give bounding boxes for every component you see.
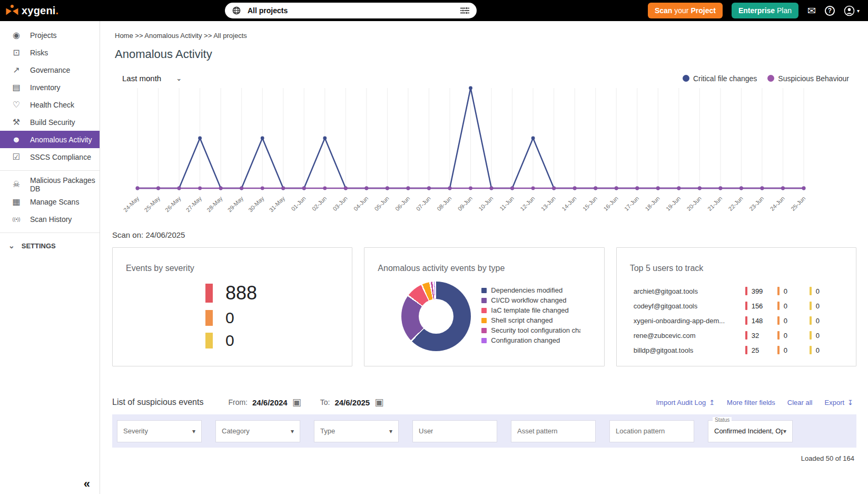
sidebar-settings[interactable]: ⌄ SETTINGS: [0, 241, 100, 250]
link-import-audit-log[interactable]: Import Audit Log↥: [656, 399, 715, 406]
upload-icon: ↥: [709, 399, 715, 406]
breadcrumb[interactable]: Home >> Anomalous Activity >> All projec…: [115, 32, 868, 40]
from-date[interactable]: From: 24/6/2024 ▣: [228, 396, 301, 408]
to-label: To:: [320, 398, 330, 406]
sidebar-item-risks[interactable]: ⊡Risks: [0, 44, 100, 61]
enterprise-plan-button[interactable]: Enterprise Plan: [732, 3, 798, 18]
severity-value: 888: [225, 282, 257, 304]
scan-your-project-button[interactable]: Scan your Project: [648, 3, 723, 18]
user-stat: 25: [745, 346, 777, 354]
legend-item-critical-file-changes[interactable]: Critical file changes: [683, 74, 757, 83]
link-export[interactable]: Export↧: [825, 399, 853, 406]
legend-item-suspicious-behaviour[interactable]: Suspicious Behaviour: [767, 74, 849, 83]
account-icon[interactable]: ▾: [844, 5, 860, 16]
filter-float-label: Status: [713, 417, 732, 423]
svg-text:24-May: 24-May: [122, 195, 141, 214]
events-by-type-donut: [401, 282, 471, 351]
sidebar-item-build-security[interactable]: ⚒Build Security: [0, 113, 100, 131]
filter-input-asset-pattern[interactable]: Asset pattern: [511, 420, 596, 442]
compliance-check-icon: ☑: [11, 152, 22, 162]
sidebar-item-label: Risks: [30, 49, 48, 57]
severity-bar-icon: [205, 333, 213, 348]
svg-text:08-Jun: 08-Jun: [436, 195, 452, 212]
caret-down-icon: ▾: [783, 428, 786, 435]
stat-bar-icon: [810, 316, 812, 325]
svg-text:12-Jun: 12-Jun: [519, 195, 536, 212]
help-icon[interactable]: ?: [825, 6, 835, 16]
user-stat: 0: [810, 331, 842, 340]
stat-value: 399: [752, 287, 763, 295]
mail-icon[interactable]: ✉: [807, 6, 816, 16]
sidebar: ◉Projects⊡Risks↗Governance▤Inventory♡Hea…: [0, 21, 100, 494]
caret-down-icon: ▾: [389, 428, 392, 435]
tune-icon[interactable]: [460, 7, 469, 14]
type-legend-label: IaC template file changed: [491, 306, 568, 314]
user-stat: 0: [810, 346, 842, 354]
sidebar-collapse-button[interactable]: «: [84, 477, 90, 491]
link-more-filter-fields[interactable]: More filter fields: [727, 399, 775, 406]
user-name: rene@zubcevic.com: [634, 332, 745, 340]
activity-line-chart: 24-May25-May26-May27-May28-May29-May30-M…: [122, 84, 868, 219]
to-date[interactable]: To: 24/6/2025 ▣: [320, 396, 383, 408]
filter-select-severity[interactable]: Severity▾: [117, 420, 202, 442]
sidebar-item-sscs-compliance[interactable]: ☑SSCS Compliance: [0, 148, 100, 166]
sidebar-item-malicious-packages-db[interactable]: ☠Malicious Packages DB: [0, 176, 100, 193]
type-legend-label: CI/CD workflow changed: [491, 296, 566, 304]
to-value[interactable]: 24/6/2025: [334, 398, 370, 407]
table-row: xygeni-onboarding-app-dem...14800: [634, 313, 842, 328]
severity-list: 88800: [113, 282, 352, 350]
filter-input-user[interactable]: User: [412, 420, 497, 442]
user-stat: 0: [777, 287, 810, 295]
legend-square-icon: [481, 338, 487, 343]
sidebar-item-projects[interactable]: ◉Projects: [0, 26, 100, 44]
sidebar-item-health-check[interactable]: ♡Health Check: [0, 96, 100, 113]
skull-icon: ☠: [11, 179, 22, 189]
filter-input-location-pattern[interactable]: Location pattern: [609, 420, 694, 442]
sidebar-item-label: Projects: [30, 31, 57, 40]
stat-bar-icon: [745, 316, 747, 325]
main-content: Home >> Anomalous Activity >> All projec…: [101, 21, 868, 494]
user-stat: 32: [745, 331, 777, 340]
calendar-icon[interactable]: ▣: [374, 396, 383, 408]
stat-bar-icon: [810, 331, 812, 340]
filter-select-status[interactable]: StatusConfirmed Incident, Ope...▾: [708, 420, 793, 442]
sidebar-item-governance[interactable]: ↗Governance: [0, 61, 100, 79]
severity-bar-icon: [205, 284, 213, 303]
type-legend-item: Configuration changed: [481, 336, 583, 344]
link-label: Import Audit Log: [656, 399, 706, 406]
project-search[interactable]: All projects: [225, 3, 477, 18]
download-icon: ↧: [847, 399, 853, 406]
sidebar-item-anomalous-activity[interactable]: ☻Anomalous Activity: [0, 131, 100, 148]
risks-icon: ⊡: [11, 47, 22, 57]
link-clear-all[interactable]: Clear all: [787, 399, 813, 406]
svg-text:24-Jun: 24-Jun: [769, 195, 786, 212]
user-stat: 0: [777, 346, 810, 354]
from-value[interactable]: 24/6/2024: [252, 398, 288, 407]
svg-text:17-Jun: 17-Jun: [623, 195, 640, 212]
filter-placeholder: User: [419, 427, 433, 435]
card-title: Events by severity: [126, 264, 352, 273]
svg-text:29-May: 29-May: [226, 195, 245, 214]
caret-down-icon: ▾: [291, 428, 294, 435]
sidebar-item-inventory[interactable]: ▤Inventory: [0, 79, 100, 96]
calendar-icon[interactable]: ▣: [292, 396, 301, 408]
user-stat: 0: [777, 331, 810, 340]
user-stat: 0: [777, 302, 810, 310]
inventory-icon: ▤: [11, 82, 22, 92]
stat-value: 0: [816, 332, 820, 340]
filter-select-type[interactable]: Type▾: [314, 420, 399, 442]
sidebar-item-scan-history[interactable]: ((•))Scan History: [0, 210, 100, 228]
user-stat: 156: [745, 302, 777, 310]
svg-text:26-May: 26-May: [164, 195, 182, 214]
events-by-type-card: Anomalous activity events by type Depend…: [364, 247, 604, 366]
user-stat: 0: [810, 287, 842, 295]
chart-controls: Last month ⌄ Critical file changesSuspic…: [122, 74, 849, 83]
logo-icon: [5, 4, 19, 17]
card-title: Anomalous activity events by type: [378, 264, 604, 273]
filter-select-category[interactable]: Category▾: [215, 420, 300, 442]
stat-value: 0: [784, 332, 787, 340]
sidebar-item-label: Malicious Packages DB: [30, 176, 100, 193]
sidebar-item-manage-scans[interactable]: ▦Manage Scans: [0, 193, 100, 210]
period-select[interactable]: Last month ⌄: [122, 74, 182, 83]
severity-row: 0: [205, 332, 352, 350]
